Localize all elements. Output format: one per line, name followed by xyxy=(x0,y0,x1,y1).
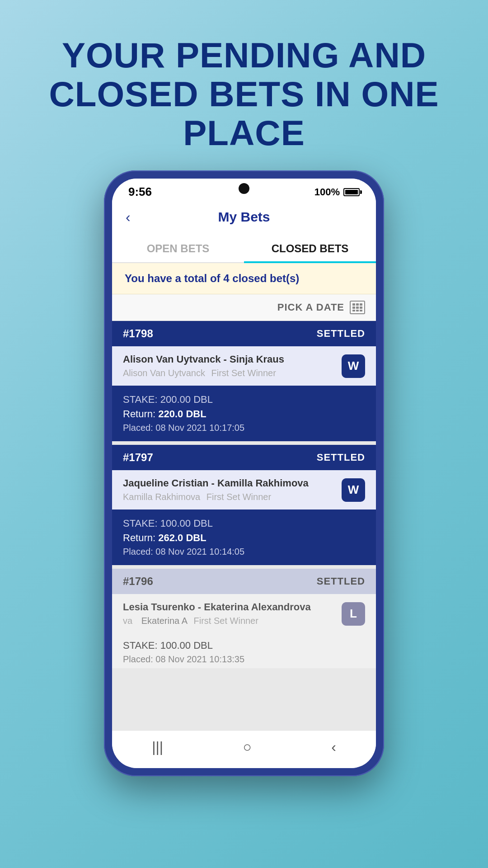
selected-player-1796: va xyxy=(123,616,132,626)
nav-recent-apps[interactable]: ||| xyxy=(152,739,163,755)
status-time: 9:56 xyxy=(128,185,152,199)
headline-line1: YOUR PENDING AND xyxy=(62,35,426,75)
selected-player-1797: Kamilla Rakhimova xyxy=(123,492,200,502)
bet-match-info-1796: Lesia Tsurenko - Ekaterina Alexandrova v… xyxy=(123,601,334,626)
bet-header-1798: #1798 SETTLED xyxy=(112,321,376,346)
tabs-container: OPEN BETS CLOSED BETS xyxy=(112,233,376,263)
nav-home[interactable]: ○ xyxy=(243,739,251,755)
bet-return-1798: Return: 220.0 DBL xyxy=(123,408,365,420)
bet-stake-1797: STAKE: 100.00 DBL xyxy=(123,518,365,529)
headline-line2: CLOSED BETS IN ONE PLACE xyxy=(49,74,439,153)
match-selection-1797: Kamilla Rakhimova First Set Winner xyxy=(123,492,334,502)
info-count: 4 xyxy=(223,272,229,284)
bet-status-1797: SETTLED xyxy=(317,452,365,463)
tab-closed-bets[interactable]: CLOSED BETS xyxy=(244,233,376,262)
selected-player-1798: Alison Van Uytvanck xyxy=(123,368,205,378)
pick-date-label: PICK A DATE xyxy=(277,302,344,313)
market-1796: First Set Winner xyxy=(194,616,258,626)
header-title: My Bets xyxy=(218,209,270,225)
battery-percent: 100% xyxy=(314,186,340,198)
bet-stake-1798: STAKE: 200.00 DBL xyxy=(123,394,365,406)
bet-placed-1798: Placed: 08 Nov 2021 10:17:05 xyxy=(123,423,365,433)
info-banner: You have a total of 4 closed bet(s) xyxy=(112,263,376,294)
app-header: ‹ My Bets xyxy=(112,203,376,233)
bet-match-info-1798: Alison Van Uytvanck - Sinja Kraus Alison… xyxy=(123,354,334,378)
battery-icon xyxy=(343,188,360,196)
bet-stake-1796: STAKE: 100.00 DBL xyxy=(123,640,365,651)
match-selection-1798: Alison Van Uytvanck First Set Winner xyxy=(123,368,334,378)
market-1798: First Set Winner xyxy=(211,368,276,378)
bet-details-1796: STAKE: 100.00 DBL Placed: 08 Nov 2021 10… xyxy=(112,633,376,668)
bets-list: #1798 SETTLED Alison Van Uytvanck - Sinj… xyxy=(112,321,376,730)
bet-header-1797: #1797 SETTLED xyxy=(112,445,376,470)
tab-open-bets[interactable]: OPEN BETS xyxy=(112,233,244,262)
page-headline: YOUR PENDING AND CLOSED BETS IN ONE PLAC… xyxy=(0,0,488,170)
info-text-before: You have a total of xyxy=(125,272,223,284)
bet-return-1797: Return: 262.0 DBL xyxy=(123,532,365,544)
bet-id-1796: #1796 xyxy=(123,575,153,588)
status-bar: 9:56 100% xyxy=(112,179,376,203)
win-badge-1798: W xyxy=(342,354,365,378)
win-badge-1797: W xyxy=(342,478,365,502)
back-button[interactable]: ‹ xyxy=(126,210,131,224)
status-right: 100% xyxy=(314,186,360,198)
bet-match-info-1797: Jaqueline Cristian - Kamilla Rakhimova K… xyxy=(123,477,334,502)
bet-details-1797: STAKE: 100.00 DBL Return: 262.0 DBL Plac… xyxy=(112,509,376,565)
bet-placed-1797: Placed: 08 Nov 2021 10:14:05 xyxy=(123,547,365,557)
match-teams-1797: Jaqueline Cristian - Kamilla Rakhimova xyxy=(123,477,334,489)
bottom-nav: ||| ○ ‹ xyxy=(112,730,376,768)
bet-card-1798[interactable]: #1798 SETTLED Alison Van Uytvanck - Sinj… xyxy=(112,321,376,441)
match-teams-1796: Lesia Tsurenko - Ekaterina Alexandrova xyxy=(123,601,334,613)
info-text-after: closed bet(s) xyxy=(230,272,300,284)
calendar-icon[interactable] xyxy=(350,301,365,314)
bet-id-1797: #1797 xyxy=(123,451,153,464)
camera-notch xyxy=(239,183,249,194)
bet-id-1798: #1798 xyxy=(123,327,153,340)
bet-match-row-1796: Lesia Tsurenko - Ekaterina Alexandrova v… xyxy=(112,594,376,633)
win-badge-1796: L xyxy=(342,602,365,626)
bet-status-1798: SETTLED xyxy=(317,328,365,340)
bet-placed-1796: Placed: 08 Nov 2021 10:13:35 xyxy=(123,654,365,665)
selected-player-1796b: Ekaterina A xyxy=(141,616,188,626)
phone-mockup: 9:56 100% ‹ My Bets OPEN BETS CLOSED BET… xyxy=(104,170,384,776)
bet-details-1798: STAKE: 200.00 DBL Return: 220.0 DBL Plac… xyxy=(112,386,376,441)
market-1797: First Set Winner xyxy=(206,492,271,502)
phone-screen: 9:56 100% ‹ My Bets OPEN BETS CLOSED BET… xyxy=(112,179,376,768)
bet-header-1796: #1796 SETTLED xyxy=(112,569,376,594)
match-selection-1796: va Ekaterina A First Set Winner xyxy=(123,616,334,626)
bet-status-1796: SETTLED xyxy=(317,576,365,587)
bet-card-1797[interactable]: #1797 SETTLED Jaqueline Cristian - Kamil… xyxy=(112,445,376,565)
nav-back[interactable]: ‹ xyxy=(331,739,336,755)
bet-match-row-1798: Alison Van Uytvanck - Sinja Kraus Alison… xyxy=(112,346,376,386)
pick-date-row[interactable]: PICK A DATE xyxy=(112,294,376,321)
bet-card-1796[interactable]: #1796 SETTLED Lesia Tsurenko - Ekaterina… xyxy=(112,569,376,668)
match-teams-1798: Alison Van Uytvanck - Sinja Kraus xyxy=(123,354,334,365)
bet-match-row-1797: Jaqueline Cristian - Kamilla Rakhimova K… xyxy=(112,470,376,509)
